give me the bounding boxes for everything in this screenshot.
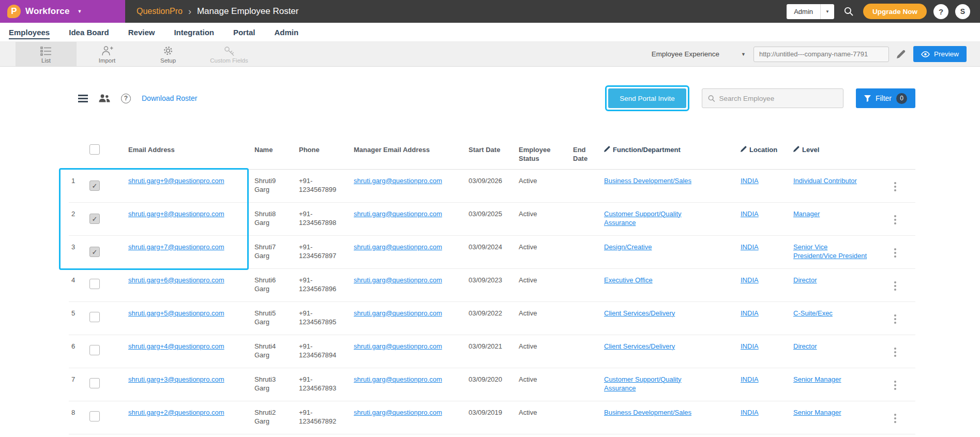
tab-integration[interactable]: Integration	[174, 28, 214, 37]
list-icon	[40, 45, 52, 56]
level-link[interactable]: Senior Vice President/Vice President	[793, 243, 867, 260]
row-checkbox[interactable]	[89, 312, 100, 322]
manager-email-link[interactable]: shruti.garg@questionpro.com	[354, 342, 442, 350]
location-link[interactable]: INDIA	[741, 210, 759, 218]
employee-phone: +91-1234567896	[299, 268, 354, 302]
experience-select[interactable]: Employee Experience ▼	[652, 50, 746, 58]
employee-phone: +91-1234567898	[299, 202, 354, 235]
edit-column-icon	[604, 146, 610, 152]
portal-url-field[interactable]: http://untitled---company-name-7791	[753, 47, 889, 62]
toolbar-setup[interactable]: Setup	[138, 42, 199, 66]
user-avatar[interactable]: S	[955, 4, 970, 19]
location-link[interactable]: INDIA	[741, 276, 759, 284]
row-menu-kebab-icon[interactable]	[891, 179, 899, 194]
location-link[interactable]: INDIA	[741, 243, 759, 251]
function-department-link[interactable]: Customer Support/Quality Assurance	[604, 210, 682, 227]
function-department-link[interactable]: Business Development/Sales	[604, 177, 691, 185]
header-function-department[interactable]: Function/Department	[604, 138, 741, 169]
search-employee-input[interactable]	[719, 95, 837, 102]
location-link[interactable]: INDIA	[741, 375, 759, 383]
function-department-link[interactable]: Client Services/Delivery	[604, 309, 675, 317]
header-level[interactable]: Level	[793, 138, 879, 169]
header-location[interactable]: Location	[741, 138, 793, 169]
employee-email-link[interactable]: shruti.garg+3@questionpro.com	[128, 375, 224, 383]
tab-admin[interactable]: Admin	[274, 28, 298, 37]
workforce-product-switcher[interactable]: P Workforce ▼	[0, 0, 125, 23]
toolbar-import[interactable]: Import	[77, 42, 138, 66]
level-link[interactable]: Individual Contributor	[793, 177, 857, 185]
manager-email-link[interactable]: shruti.garg@questionpro.com	[354, 177, 442, 185]
level-link[interactable]: Director	[793, 342, 817, 350]
org-view-toggle[interactable]	[99, 94, 110, 102]
level-link[interactable]: Director	[793, 276, 817, 284]
start-date: 03/09/2020	[469, 368, 519, 401]
employee-search	[702, 88, 843, 108]
location-link[interactable]: INDIA	[741, 177, 759, 185]
send-portal-invite-button[interactable]: Send Portal Invite	[608, 88, 686, 108]
roster-help-icon[interactable]: ?	[121, 94, 131, 103]
tab-idea-board[interactable]: Idea Board	[69, 28, 109, 37]
row-checkbox[interactable]	[89, 214, 100, 224]
tab-review[interactable]: Review	[128, 28, 155, 37]
admin-menu-button[interactable]: Admin ▼	[787, 4, 834, 19]
table-row: 6 shruti.garg+4@questionpro.com Shruti4 …	[69, 335, 915, 368]
employee-email-link[interactable]: shruti.garg+5@questionpro.com	[128, 309, 224, 317]
select-all-checkbox[interactable]	[89, 144, 100, 155]
level-link[interactable]: Senior Manager	[793, 409, 841, 416]
location-link[interactable]: INDIA	[741, 342, 759, 350]
manager-email-link[interactable]: shruti.garg@questionpro.com	[354, 409, 442, 416]
level-link[interactable]: C-Suite/Exec	[793, 309, 833, 317]
tab-portal[interactable]: Portal	[233, 28, 255, 37]
manager-email-link[interactable]: shruti.garg@questionpro.com	[354, 276, 442, 284]
row-checkbox[interactable]	[89, 378, 100, 388]
row-menu-kebab-icon[interactable]	[891, 411, 899, 426]
row-checkbox[interactable]	[89, 411, 100, 421]
upgrade-now-button[interactable]: Upgrade Now	[863, 4, 927, 19]
level-link[interactable]: Manager	[793, 210, 820, 218]
level-link[interactable]: Senior Manager	[793, 375, 841, 383]
tab-employees[interactable]: Employees	[9, 28, 50, 37]
manager-email-link[interactable]: shruti.garg@questionpro.com	[354, 210, 442, 218]
function-department-link[interactable]: Business Development/Sales	[604, 409, 691, 416]
manager-email-link[interactable]: shruti.garg@questionpro.com	[354, 243, 442, 251]
location-link[interactable]: INDIA	[741, 409, 759, 416]
manager-email-link[interactable]: shruti.garg@questionpro.com	[354, 309, 442, 317]
employee-email-link[interactable]: shruti.garg+9@questionpro.com	[128, 177, 224, 185]
row-menu-kebab-icon[interactable]	[891, 213, 899, 227]
employee-email-link[interactable]: shruti.garg+8@questionpro.com	[128, 210, 224, 218]
download-roster-link[interactable]: Download Roster	[142, 94, 197, 102]
function-department-link[interactable]: Executive Office	[604, 276, 653, 284]
row-number: 3	[69, 235, 89, 268]
row-checkbox[interactable]	[89, 180, 100, 191]
filter-button[interactable]: Filter 0	[856, 88, 915, 108]
chevron-down-icon[interactable]: ▼	[820, 4, 834, 19]
send-invite-highlight-box: Send Portal Invite	[605, 85, 689, 111]
function-department-link[interactable]: Customer Support/Quality Assurance	[604, 375, 682, 392]
end-date	[573, 335, 604, 368]
toolbar-custom-fields[interactable]: Custom Fields	[199, 42, 260, 66]
edit-url-button[interactable]	[897, 50, 906, 58]
breadcrumb-questionpro-link[interactable]: QuestionPro	[137, 7, 183, 16]
row-checkbox[interactable]	[89, 345, 100, 355]
table-view-toggle[interactable]	[78, 95, 88, 102]
row-menu-kebab-icon[interactable]	[891, 378, 899, 393]
employee-email-link[interactable]: shruti.garg+2@questionpro.com	[128, 409, 224, 416]
function-department-link[interactable]: Client Services/Delivery	[604, 342, 675, 350]
row-checkbox[interactable]	[89, 279, 100, 289]
help-button[interactable]: ?	[933, 4, 948, 19]
function-department-link[interactable]: Design/Creative	[604, 243, 652, 251]
employee-email-link[interactable]: shruti.garg+6@questionpro.com	[128, 276, 224, 284]
global-search-button[interactable]	[841, 4, 856, 19]
row-menu-kebab-icon[interactable]	[891, 345, 899, 359]
employee-status: Active	[519, 202, 573, 235]
manager-email-link[interactable]: shruti.garg@questionpro.com	[354, 375, 442, 383]
preview-button[interactable]: Preview	[913, 46, 967, 62]
row-menu-kebab-icon[interactable]	[891, 312, 899, 326]
employee-email-link[interactable]: shruti.garg+4@questionpro.com	[128, 342, 224, 350]
row-checkbox[interactable]	[89, 247, 100, 257]
row-menu-kebab-icon[interactable]	[891, 279, 899, 293]
row-menu-kebab-icon[interactable]	[891, 246, 899, 260]
employee-email-link[interactable]: shruti.garg+7@questionpro.com	[128, 243, 224, 251]
location-link[interactable]: INDIA	[741, 309, 759, 317]
toolbar-list[interactable]: List	[16, 42, 77, 66]
